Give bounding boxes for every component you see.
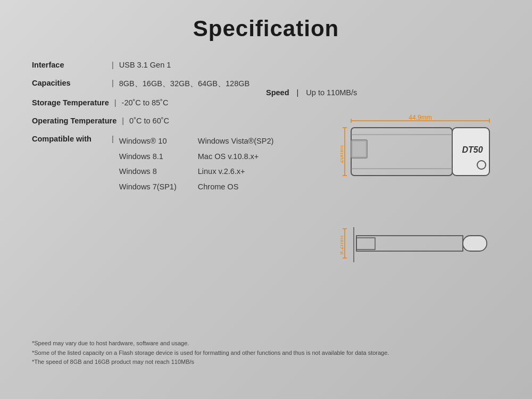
storage-temp-label: Storage Temperature xyxy=(32,98,109,107)
compat-win8: Windows 8 xyxy=(119,165,177,178)
capacities-separator: | xyxy=(112,79,114,87)
compat-vista: Windows Vista®(SP2) xyxy=(198,135,274,148)
capacities-label: Capacities xyxy=(32,79,106,87)
svg-text:9.2mm: 9.2mm xyxy=(340,236,345,255)
svg-rect-22 xyxy=(356,238,375,250)
usb-front-svg: 44.9mm 20mm DT50 xyxy=(340,114,500,184)
compatible-separator: | xyxy=(112,135,114,143)
capacities-value: 8GB、16GB、32GB、64GB、128GB xyxy=(119,79,250,89)
footnote-1: *Speed may vary due to host hardware, so… xyxy=(32,339,500,348)
speed-section: Speed | Up to 110MB/s xyxy=(266,88,357,97)
svg-rect-23 xyxy=(463,236,487,251)
page: Specification Speed | Up to 110MB/s Inte… xyxy=(0,0,532,399)
speed-separator: | xyxy=(297,88,299,97)
storage-temp-separator: | xyxy=(114,98,117,107)
compat-win7: Windows 7(SP1) xyxy=(119,180,177,194)
operating-temp-separator: | xyxy=(122,117,124,125)
compat-macos: Mac OS v.10.8.x+ xyxy=(198,150,274,163)
compatible-col-2: Windows Vista®(SP2) Mac OS v.10.8.x+ Lin… xyxy=(198,135,274,194)
storage-temp-value: -20˚C to 85˚C xyxy=(122,98,169,107)
speed-value: Up to 110MB/s xyxy=(306,88,357,97)
diagram-front-view: 44.9mm 20mm DT50 xyxy=(340,114,500,184)
compat-win10: Windows® 10 xyxy=(119,135,177,148)
compat-win81: Windows 8.1 xyxy=(119,150,177,163)
compat-chromeos: Chrome OS xyxy=(198,180,274,194)
compat-linux: Linux v.2.6.x+ xyxy=(198,165,274,178)
interface-value: USB 3.1 Gen 1 xyxy=(119,61,171,69)
diagram-area: 44.9mm 20mm DT50 xyxy=(325,104,516,274)
diagram-side-view: 9.2mm xyxy=(340,226,500,258)
speed-label: Speed xyxy=(266,88,289,97)
footnote-2: *Some of the listed capacity on a Flash … xyxy=(32,348,500,358)
page-title: Specification xyxy=(32,16,500,41)
svg-text:DT50: DT50 xyxy=(462,145,483,154)
usb-side-svg: 9.2mm xyxy=(340,226,500,263)
svg-text:44.9mm: 44.9mm xyxy=(409,114,431,121)
operating-temp-label: Operating Temperature xyxy=(32,117,117,125)
svg-rect-13 xyxy=(352,141,366,157)
svg-text:20mm: 20mm xyxy=(340,145,345,163)
interface-separator: | xyxy=(112,61,114,69)
footnotes: *Speed may vary due to host hardware, so… xyxy=(32,339,500,367)
capacities-row: Capacities | 8GB、16GB、32GB、64GB、128GB xyxy=(32,79,500,89)
compatible-col-1: Windows® 10 Windows 8.1 Windows 8 Window… xyxy=(119,135,177,194)
interface-row: Interface | USB 3.1 Gen 1 xyxy=(32,61,500,69)
compatible-label: Compatible with xyxy=(32,135,106,143)
operating-temp-value: 0˚C to 60˚C xyxy=(129,117,169,125)
interface-label: Interface xyxy=(32,61,106,69)
footnote-3: *The speed of 8GB and 16GB product may n… xyxy=(32,358,500,367)
compatible-columns: Windows® 10 Windows 8.1 Windows 8 Window… xyxy=(119,135,274,194)
